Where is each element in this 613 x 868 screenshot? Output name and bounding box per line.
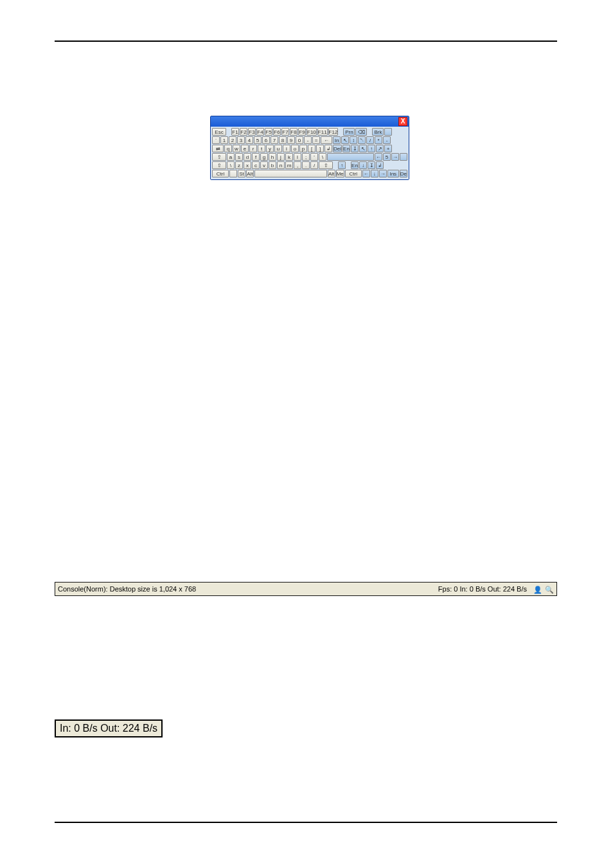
- close-icon[interactable]: X: [398, 117, 407, 126]
- key-v[interactable]: v: [260, 161, 268, 169]
- key-4[interactable]: 4: [245, 136, 253, 144]
- key-del[interactable]: De: [400, 170, 407, 177]
- key-lshift[interactable]: ⇧: [212, 161, 226, 169]
- key-prn[interactable]: Prn: [343, 128, 355, 136]
- key-backspace[interactable]: ←: [321, 136, 332, 144]
- key-q[interactable]: q: [224, 145, 232, 152]
- key-r[interactable]: r: [249, 145, 257, 152]
- key-f1[interactable]: F1: [231, 128, 239, 136]
- key-f11[interactable]: F11: [317, 128, 328, 136]
- key-home[interactable]: ↖: [341, 136, 349, 144]
- key-o[interactable]: o: [291, 145, 299, 152]
- key-f9[interactable]: F9: [298, 128, 306, 136]
- key-num-blank-r3[interactable]: [400, 153, 407, 161]
- key-f8[interactable]: F8: [290, 128, 298, 136]
- key-slash[interactable]: /: [310, 161, 318, 169]
- key-1[interactable]: 1: [220, 136, 228, 144]
- key-comma[interactable]: ,: [294, 161, 301, 169]
- key-x[interactable]: x: [244, 161, 251, 169]
- key-p[interactable]: p: [299, 145, 307, 152]
- key-m[interactable]: m: [285, 161, 293, 169]
- key-l[interactable]: l: [294, 153, 301, 161]
- key-f10[interactable]: F10: [306, 128, 317, 136]
- key-7[interactable]: 7: [271, 136, 278, 144]
- key-backslash[interactable]: \: [227, 161, 235, 169]
- key-u[interactable]: u: [274, 145, 282, 152]
- key-t[interactable]: t: [258, 145, 265, 152]
- key-numplus[interactable]: +: [384, 145, 392, 152]
- key-n[interactable]: n: [277, 161, 285, 169]
- key-blank-tr[interactable]: [384, 128, 392, 136]
- key-enter-top[interactable]: ↲: [324, 145, 332, 152]
- key-start[interactable]: St: [238, 170, 245, 177]
- key-f7[interactable]: F7: [281, 128, 289, 136]
- key-w[interactable]: w: [233, 145, 240, 152]
- key-j[interactable]: j: [277, 153, 285, 161]
- key-end[interactable]: En: [342, 145, 350, 152]
- key-d[interactable]: d: [244, 153, 251, 161]
- key-f2[interactable]: F2: [240, 128, 247, 136]
- key-leftarrow[interactable]: ←: [362, 170, 370, 177]
- key-5[interactable]: 5: [254, 136, 262, 144]
- key-pgup[interactable]: ↕: [350, 136, 357, 144]
- key-backtick[interactable]: `: [212, 136, 220, 144]
- key-b[interactable]: b: [269, 161, 276, 169]
- key-win[interactable]: [229, 170, 237, 177]
- key-num3[interactable]: ↧: [368, 161, 375, 169]
- key-semicolon[interactable]: ;: [302, 153, 310, 161]
- key-9[interactable]: 9: [287, 136, 295, 144]
- key-6[interactable]: 6: [262, 136, 270, 144]
- key-numminus[interactable]: -: [383, 136, 391, 144]
- key-f3[interactable]: F3: [248, 128, 256, 136]
- key-num9[interactable]: ↗: [376, 145, 384, 152]
- key-backslash-mid[interactable]: \: [319, 153, 326, 161]
- key-pgdn[interactable]: ↧: [351, 145, 359, 152]
- key-num8[interactable]: ↑: [368, 145, 375, 152]
- key-numenter[interactable]: ↲: [376, 161, 384, 169]
- key-ins[interactable]: Ins: [387, 170, 399, 177]
- key-rbracket[interactable]: ]: [316, 145, 324, 152]
- key-capslock[interactable]: ⇪: [212, 153, 226, 161]
- key-y[interactable]: y: [266, 145, 274, 152]
- key-quote[interactable]: ': [310, 153, 318, 161]
- key-lalt[interactable]: Alt: [246, 170, 254, 177]
- key-c[interactable]: c: [252, 161, 260, 169]
- key-s[interactable]: s: [235, 153, 243, 161]
- key-8[interactable]: 8: [279, 136, 287, 144]
- key-num4[interactable]: ←: [375, 153, 382, 161]
- key-tab[interactable]: ⇄: [212, 145, 224, 152]
- key-f5[interactable]: F5: [265, 128, 272, 136]
- key-esc[interactable]: Esc: [212, 128, 226, 136]
- key-spacebar[interactable]: [254, 170, 327, 177]
- key-rightarrow[interactable]: →: [379, 170, 387, 177]
- key-i[interactable]: i: [283, 145, 290, 152]
- key-f[interactable]: f: [252, 153, 260, 161]
- key-lctrl[interactable]: Ctrl: [212, 170, 229, 177]
- key-2[interactable]: 2: [229, 136, 236, 144]
- key-downarrow[interactable]: ↓: [371, 170, 378, 177]
- key-e[interactable]: e: [241, 145, 249, 152]
- key-num2[interactable]: ↓: [359, 161, 367, 169]
- key-3[interactable]: 3: [237, 136, 245, 144]
- key-f6[interactable]: F6: [273, 128, 281, 136]
- key-insert[interactable]: In: [333, 136, 341, 144]
- key-equals[interactable]: =: [312, 136, 320, 144]
- key-f4[interactable]: F4: [256, 128, 264, 136]
- key-uparrow[interactable]: ↑: [338, 161, 346, 169]
- key-minus[interactable]: -: [304, 136, 312, 144]
- key-f12[interactable]: F12: [328, 128, 339, 136]
- key-z[interactable]: z: [235, 161, 243, 169]
- key-num5[interactable]: 5: [383, 153, 391, 161]
- key-menu[interactable]: Me: [336, 170, 344, 177]
- key-brk[interactable]: Brk: [372, 128, 384, 136]
- key-rctrl[interactable]: Ctrl: [345, 170, 362, 177]
- key-num1[interactable]: En: [351, 161, 359, 169]
- key-lbracket[interactable]: [: [308, 145, 315, 152]
- key-num7[interactable]: ↖: [359, 145, 367, 152]
- key-a[interactable]: a: [227, 153, 235, 161]
- key-delete[interactable]: Del: [333, 145, 342, 152]
- key-num6[interactable]: →: [391, 153, 399, 161]
- key-rshift[interactable]: ⇧: [319, 161, 333, 169]
- key-period[interactable]: .: [302, 161, 310, 169]
- key-nummul[interactable]: *: [375, 136, 382, 144]
